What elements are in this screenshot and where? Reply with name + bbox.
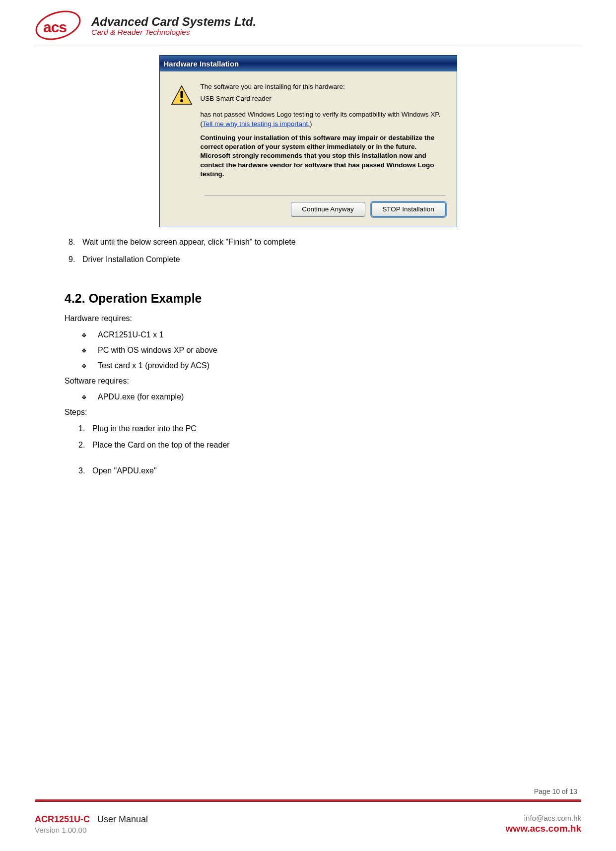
footer-version: Version 1.00.00 bbox=[35, 826, 148, 834]
operation-step-1: 1. Plug in the reader into the PC bbox=[78, 423, 551, 435]
list-item: APDU.exe (for example) bbox=[81, 391, 551, 403]
dialog-line2b: ) bbox=[310, 120, 312, 128]
software-requires-label: Software requires: bbox=[65, 375, 551, 388]
footer-email: info@acs.com.hk bbox=[506, 814, 581, 822]
page-number: Page 10 of 13 bbox=[534, 787, 577, 795]
warning-icon bbox=[171, 84, 193, 106]
header-divider bbox=[35, 46, 581, 46]
step-text: Wait until the below screen appear, clic… bbox=[82, 236, 296, 249]
page-footer: ACR1251U-C User Manual Version 1.00.00 i… bbox=[35, 814, 581, 834]
dialog-titlebar: Hardware Installation bbox=[160, 56, 457, 71]
dialog-title: Hardware Installation bbox=[164, 60, 239, 68]
dialog-line2: has not passed Windows Logo testing to v… bbox=[201, 110, 446, 128]
footer-product-line: ACR1251U-C User Manual bbox=[35, 814, 148, 825]
hardware-requires-label: Hardware requires: bbox=[65, 313, 551, 325]
logo-text: acs bbox=[43, 19, 67, 36]
step-number: 2. bbox=[78, 439, 92, 452]
dialog-buttons: Continue Anyway STOP Installation bbox=[160, 196, 457, 227]
dialog-line1: The software you are installing for this… bbox=[201, 82, 446, 91]
footer-website: www.acs.com.hk bbox=[506, 823, 581, 834]
operation-steps: 1. Plug in the reader into the PC 2. Pla… bbox=[78, 423, 551, 477]
list-text: ACR1251U-C1 x 1 bbox=[98, 329, 164, 341]
logo: acs bbox=[35, 9, 82, 43]
steps-label: Steps: bbox=[65, 406, 551, 419]
svg-point-2 bbox=[180, 99, 183, 102]
page-header: acs Advanced Card Systems Ltd. Card & Re… bbox=[0, 0, 616, 43]
product-code: ACR1251U-C bbox=[35, 814, 90, 824]
step-8: 8. Wait until the below screen appear, c… bbox=[65, 236, 551, 249]
hardware-installation-dialog: Hardware Installation The software you a… bbox=[159, 55, 457, 227]
list-text: PC with OS windows XP or above bbox=[98, 344, 217, 357]
testing-important-link[interactable]: Tell me why this testing is important. bbox=[203, 120, 310, 128]
hardware-list: ACR1251U-C1 x 1 PC with OS windows XP or… bbox=[81, 329, 551, 372]
list-item: PC with OS windows XP or above bbox=[81, 344, 551, 357]
dialog-screenshot: Hardware Installation The software you a… bbox=[159, 55, 457, 227]
step-text: Driver Installation Complete bbox=[82, 254, 180, 266]
doc-type: User Manual bbox=[97, 814, 148, 824]
step-text: Place the Card on the top of the reader bbox=[92, 439, 230, 452]
dialog-warning: Continuing your installation of this sof… bbox=[201, 133, 446, 179]
company-name: Advanced Card Systems Ltd. bbox=[91, 15, 256, 29]
document-content: 8. Wait until the below screen appear, c… bbox=[0, 227, 616, 477]
operation-step-3: 3. Open "APDU.exe" bbox=[78, 465, 551, 477]
continue-anyway-button[interactable]: Continue Anyway bbox=[291, 202, 365, 217]
dialog-device: USB Smart Card reader bbox=[201, 94, 446, 103]
dialog-body: The software you are installing for this… bbox=[160, 71, 457, 189]
list-item: Test card x 1 (provided by ACS) bbox=[81, 360, 551, 372]
step-number: 1. bbox=[78, 423, 92, 435]
stop-installation-button[interactable]: STOP Installation bbox=[371, 202, 446, 217]
company-block: Advanced Card Systems Ltd. Card & Reader… bbox=[91, 15, 256, 37]
footer-left: ACR1251U-C User Manual Version 1.00.00 bbox=[35, 814, 148, 834]
step-number: 9. bbox=[68, 254, 82, 266]
company-tagline: Card & Reader Technologies bbox=[91, 28, 256, 37]
step-number: 8. bbox=[68, 236, 82, 249]
footer-right: info@acs.com.hk www.acs.com.hk bbox=[506, 814, 581, 834]
footer-divider bbox=[35, 799, 581, 801]
dialog-text: The software you are installing for this… bbox=[201, 82, 446, 182]
software-list: APDU.exe (for example) bbox=[81, 391, 551, 403]
installation-steps-continued: 8. Wait until the below screen appear, c… bbox=[65, 236, 551, 266]
list-item: ACR1251U-C1 x 1 bbox=[81, 329, 551, 341]
step-number: 3. bbox=[78, 465, 92, 477]
step-text: Open "APDU.exe" bbox=[92, 465, 157, 477]
operation-step-2: 2. Place the Card on the top of the read… bbox=[78, 439, 551, 452]
section-heading-4-2: 4.2. Operation Example bbox=[65, 289, 551, 308]
step-gap bbox=[78, 455, 551, 461]
list-text: Test card x 1 (provided by ACS) bbox=[98, 360, 209, 372]
step-9: 9. Driver Installation Complete bbox=[65, 254, 551, 266]
list-text: APDU.exe (for example) bbox=[98, 391, 184, 403]
svg-rect-1 bbox=[180, 91, 183, 98]
step-text: Plug in the reader into the PC bbox=[92, 423, 197, 435]
